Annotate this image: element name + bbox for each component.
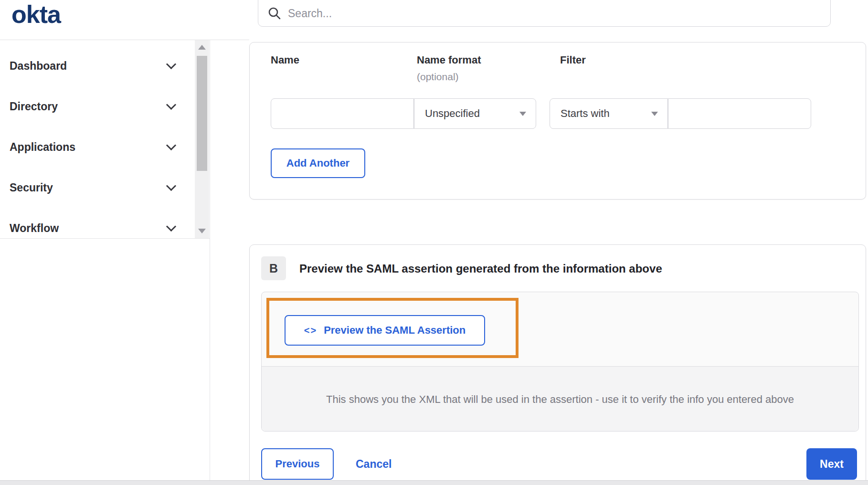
step-b-badge: B xyxy=(261,256,286,280)
previous-button[interactable]: Previous xyxy=(261,448,334,480)
okta-admin-page: okta Dashboard Directory Applications Se… xyxy=(0,0,868,485)
okta-logo: okta xyxy=(11,0,61,29)
preview-helper-strip: This shows you the XML that will be used… xyxy=(262,366,858,432)
sidebar-item-label: Security xyxy=(10,181,53,194)
code-brackets-icon: <> xyxy=(304,325,317,336)
sidebar-item-label: Dashboard xyxy=(10,60,67,73)
scrollbar-down-arrow-icon[interactable] xyxy=(198,229,206,233)
scrollbar-thumb[interactable] xyxy=(197,56,207,171)
preview-button-label: Preview the SAML Assertion xyxy=(324,324,466,337)
attribute-statements-card: Name Name format (optional) Filter Unspe… xyxy=(249,42,866,200)
chevron-down-icon xyxy=(166,100,176,110)
upgrade-promo-panel: i Thanks for trying the Okta Starter pla… xyxy=(0,239,210,480)
sidebar-item-label: Workflow xyxy=(10,222,59,235)
filter-type-value: Starts with xyxy=(561,107,610,120)
chevron-down-icon xyxy=(166,59,176,69)
sidebar-item-applications[interactable]: Applications xyxy=(0,127,210,168)
sidebar-item-label: Directory xyxy=(10,100,58,113)
name-format-select[interactable]: Unspecified xyxy=(414,98,536,129)
preview-saml-assertion-button[interactable]: <> Preview the SAML Assertion xyxy=(285,315,485,346)
attribute-name-input[interactable] xyxy=(271,98,414,129)
name-format-column-label: Name format xyxy=(417,54,481,66)
chevron-down-icon xyxy=(166,181,176,191)
name-column-label: Name xyxy=(271,54,299,66)
add-another-button[interactable]: Add Another xyxy=(271,148,365,178)
preview-helper-text: This shows you the XML that will be used… xyxy=(326,393,794,406)
search-icon xyxy=(268,7,281,20)
bottom-edge-strip xyxy=(0,480,868,485)
sidebar-nav: Dashboard Directory Applications Securit… xyxy=(0,40,210,239)
select-arrow-icon xyxy=(519,112,526,116)
search-box[interactable] xyxy=(258,0,831,27)
filter-column-label: Filter xyxy=(560,54,586,66)
sidebar-item-directory[interactable]: Directory xyxy=(0,86,210,127)
filter-value-input[interactable] xyxy=(668,98,811,129)
sidebar-item-dashboard[interactable]: Dashboard xyxy=(0,46,210,86)
saml-preview-box: <> Preview the SAML Assertion This shows… xyxy=(261,292,859,432)
chevron-down-icon xyxy=(166,140,176,150)
search-input[interactable] xyxy=(288,7,821,20)
sidebar-scrollbar[interactable] xyxy=(195,40,209,238)
step-b-title: Preview the SAML assertion generated fro… xyxy=(299,262,662,275)
name-format-value: Unspecified xyxy=(425,107,480,120)
name-format-optional-label: (optional) xyxy=(417,71,459,83)
chevron-down-icon xyxy=(166,221,176,232)
scrollbar-up-arrow-icon[interactable] xyxy=(198,45,206,50)
next-button[interactable]: Next xyxy=(806,448,857,480)
sidebar-item-security[interactable]: Security xyxy=(0,168,210,208)
filter-type-select[interactable]: Starts with xyxy=(550,98,668,129)
preview-saml-card: B Preview the SAML assertion generated f… xyxy=(249,244,866,485)
sidebar-item-label: Applications xyxy=(10,141,75,154)
cancel-link[interactable]: Cancel xyxy=(356,448,392,480)
select-arrow-icon xyxy=(651,112,658,116)
